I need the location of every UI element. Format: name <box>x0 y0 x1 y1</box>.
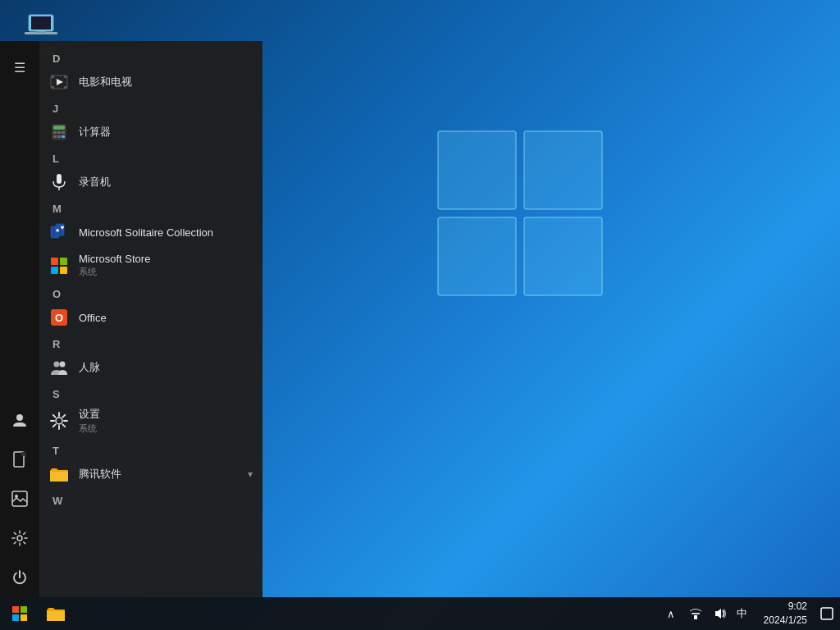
app-list[interactable]: D 电影和电视 J <box>39 41 262 597</box>
svg-rect-5 <box>31 16 51 30</box>
app-name-calculator: 计算器 <box>79 125 111 139</box>
desktop: 此电脑 ☰ <box>0 0 840 630</box>
app-name-movies: 电影和电视 <box>79 75 132 89</box>
document-icon <box>12 451 27 468</box>
svg-rect-46 <box>21 614 27 621</box>
lang-label: 中 <box>737 607 747 619</box>
clock-button[interactable]: 9:02 2024/1/25 <box>757 597 814 630</box>
section-header-m: M <box>39 198 262 217</box>
svg-rect-11 <box>12 491 27 506</box>
app-name-people: 人脉 <box>79 360 100 375</box>
notification-button[interactable] <box>814 597 840 630</box>
app-info-office: Office <box>79 312 107 324</box>
svg-rect-48 <box>692 613 700 614</box>
app-item-office[interactable]: O Office <box>39 302 262 333</box>
svg-rect-22 <box>53 131 57 134</box>
movies-icon <box>49 72 69 92</box>
app-subtitle-store: 系统 <box>79 266 150 278</box>
photos-icon <box>11 491 28 507</box>
section-header-t: T <box>39 440 262 459</box>
file-explorer-button[interactable] <box>39 597 72 630</box>
app-name-settings: 设置 <box>79 407 100 422</box>
svg-rect-25 <box>53 135 57 138</box>
section-header-o: O <box>39 283 262 302</box>
svg-rect-27 <box>62 135 65 138</box>
svg-rect-24 <box>62 131 65 134</box>
volume-icon <box>714 607 727 620</box>
user-icon <box>11 412 28 428</box>
app-info-movies: 电影和电视 <box>79 75 132 89</box>
svg-rect-3 <box>524 217 602 295</box>
volume-icon-button[interactable] <box>709 597 732 630</box>
app-name-office: Office <box>79 312 107 324</box>
solitaire-icon: ♠ ♥ <box>49 222 69 242</box>
app-item-settings[interactable]: 设置 系统 <box>39 402 262 440</box>
recorder-icon <box>49 172 69 192</box>
power-icon <box>11 569 28 586</box>
app-item-store[interactable]: Microsoft Store 系统 <box>39 248 262 283</box>
svg-rect-37 <box>60 267 67 274</box>
app-item-people[interactable]: 人脉 <box>39 352 262 383</box>
sidebar-user-button[interactable] <box>0 400 39 440</box>
section-header-w: W <box>39 490 262 509</box>
tray-expand-icon: ∧ <box>667 608 675 620</box>
app-item-calculator[interactable]: 计算器 <box>39 116 262 148</box>
clock-time: 9:02 <box>788 600 807 614</box>
svg-rect-0 <box>438 131 516 209</box>
svg-point-13 <box>17 536 22 541</box>
network-icon <box>689 607 702 620</box>
app-name-recorder: 录音机 <box>79 175 111 189</box>
system-tray: ∧ 中 <box>660 597 757 630</box>
hamburger-button[interactable]: ☰ <box>0 48 39 87</box>
calculator-icon <box>49 122 69 142</box>
svg-rect-2 <box>438 217 516 295</box>
app-name-tencent: 腾讯软件 <box>79 467 121 482</box>
windows-logo-icon <box>12 606 27 621</box>
expand-icon: ▾ <box>248 468 253 480</box>
svg-rect-45 <box>12 614 19 621</box>
app-info-tencent: 腾讯软件 <box>79 467 121 482</box>
app-info-store: Microsoft Store 系统 <box>79 253 150 278</box>
app-name-solitaire: Microsoft Solitaire Collection <box>79 226 213 239</box>
app-item-tencent[interactable]: 腾讯软件 ▾ <box>39 459 262 490</box>
notification-icon <box>820 607 833 620</box>
svg-rect-43 <box>12 606 19 613</box>
app-item-movies[interactable]: 电影和电视 <box>39 66 262 98</box>
svg-rect-1 <box>524 131 602 209</box>
app-info-settings: 设置 系统 <box>79 407 100 435</box>
svg-rect-36 <box>51 267 58 274</box>
app-item-solitaire[interactable]: ♠ ♥ Microsoft Solitaire Collection <box>39 217 262 248</box>
tray-chevron-button[interactable]: ∧ <box>660 597 682 630</box>
this-pc-icon <box>25 12 57 41</box>
svg-point-41 <box>60 362 66 368</box>
svg-rect-15 <box>51 75 54 78</box>
svg-rect-16 <box>64 75 67 78</box>
start-button[interactable] <box>0 597 39 630</box>
sidebar-settings-button[interactable] <box>0 518 39 558</box>
tencent-folder-icon <box>49 464 69 484</box>
svg-rect-21 <box>53 126 65 130</box>
svg-rect-50 <box>821 608 833 619</box>
svg-rect-34 <box>51 258 58 265</box>
settings-app-icon <box>49 411 69 431</box>
start-sidebar: ☰ <box>0 41 39 597</box>
section-header-s: S <box>39 383 262 402</box>
taskbar: ∧ 中 9:02 2024 <box>0 597 840 630</box>
app-info-people: 人脉 <box>79 360 100 375</box>
store-icon <box>49 256 69 276</box>
sidebar-photos-button[interactable] <box>0 479 39 518</box>
input-method-indicator[interactable]: 中 <box>733 606 751 621</box>
svg-rect-47 <box>694 615 697 619</box>
svg-rect-10 <box>21 452 25 456</box>
file-explorer-icon <box>47 606 65 621</box>
people-icon <box>49 358 69 377</box>
app-subtitle-settings: 系统 <box>79 422 100 435</box>
sidebar-power-button[interactable] <box>0 558 39 597</box>
svg-rect-35 <box>60 258 67 265</box>
app-item-recorder[interactable]: 录音机 <box>39 167 262 198</box>
svg-marker-49 <box>715 609 721 619</box>
network-icon-button[interactable] <box>684 597 707 630</box>
svg-rect-7 <box>36 31 46 33</box>
sidebar-document-button[interactable] <box>0 440 39 479</box>
svg-point-8 <box>16 414 23 421</box>
